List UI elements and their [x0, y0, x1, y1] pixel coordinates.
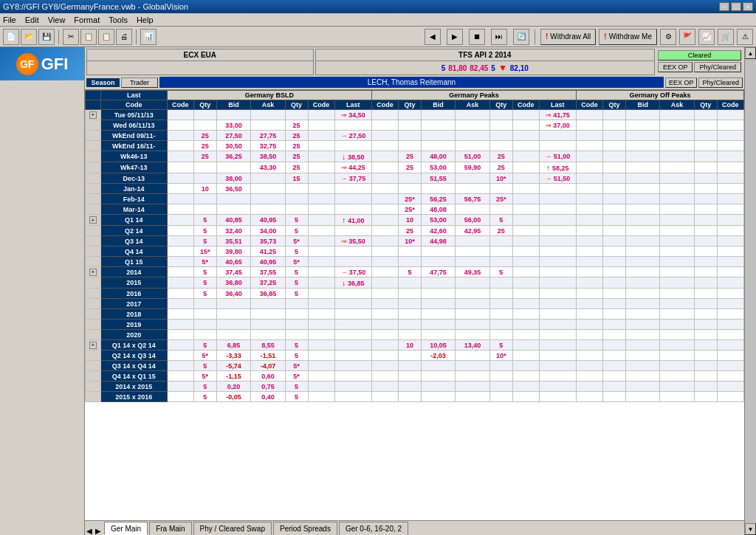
row-label: Feb-14	[100, 194, 167, 204]
table-row: Q3 14 5 35,51 35,73 5* ⇒ 35,50 10* 44,98	[86, 236, 744, 246]
tab-ger-main[interactable]: Ger Main	[104, 522, 148, 535]
row-label: Wk47-13	[100, 162, 167, 173]
peaks-qty2-header: Qty	[489, 100, 512, 110]
scroll-up[interactable]: ▲	[745, 47, 756, 59]
expand-cell	[86, 299, 101, 309]
expand-cell	[86, 194, 101, 204]
tfs-values: 5 81,80 82,45 5 ▼ 82,10	[316, 61, 654, 75]
row-label: 2016	[100, 289, 167, 299]
toolbar-settings[interactable]: ⚙	[660, 29, 676, 45]
eex-op-button[interactable]: EEX OP	[658, 62, 693, 72]
toolbar-nav4[interactable]: ⏭	[491, 29, 507, 45]
row-label: 2015 x 2016	[100, 392, 167, 402]
bsld-ask-header: Ask	[251, 100, 285, 110]
menu-view[interactable]: View	[48, 15, 66, 24]
toolbar-cart[interactable]: 🛒	[718, 29, 734, 45]
toolbar-nav2[interactable]: ▶	[447, 29, 463, 45]
toolbar-save[interactable]: 💾	[38, 29, 55, 45]
table-row: 2016 5 36,40 36,85 5	[86, 289, 744, 299]
expand-cell[interactable]: +	[86, 340, 101, 351]
peaks-code2-header: Code	[512, 100, 539, 110]
toolbar-nav1[interactable]: ◀	[425, 29, 441, 45]
toolbar-open[interactable]: 📂	[21, 29, 37, 45]
tfs-arrow: ▼	[498, 63, 507, 73]
expand-cell	[86, 226, 101, 236]
withdraw-all-button[interactable]: ! Withdraw All	[540, 29, 596, 45]
minimize-button[interactable]: −	[719, 2, 729, 11]
table-row: Q4 14 15* 39,80 41,25 5	[86, 246, 744, 257]
menu-file[interactable]: File	[3, 15, 16, 24]
withdraw-me-button[interactable]: ! Withdraw Me	[599, 29, 657, 45]
tab-nav-next[interactable]: ▶	[95, 527, 101, 535]
menu-help[interactable]: Help	[137, 15, 154, 24]
toolbar-sep3	[535, 30, 535, 44]
eex-btn-row: EEX OP Phy/Cleared	[665, 77, 743, 88]
toolbar-paste[interactable]: 📋	[98, 29, 114, 45]
peaks-ask-header: Ask	[456, 100, 489, 110]
expand-cell	[86, 371, 101, 382]
offpeaks-qty-header: Qty	[603, 100, 626, 110]
maximize-button[interactable]: □	[731, 2, 741, 11]
expand-cell	[86, 257, 101, 267]
expand-cell	[86, 246, 101, 257]
offpeaks-code2-header: Code	[717, 100, 743, 110]
row-label: 2014 x 2015	[100, 382, 167, 392]
tab-nav-prev[interactable]: ◀	[86, 527, 92, 535]
toolbar-right: ◀ ▶ ⏹ ⏭ 🔄 ! Withdraw All ! Withdraw Me ⚙…	[425, 29, 753, 45]
bsld-code-header: Code	[167, 100, 193, 110]
phy-cleared-btn2[interactable]: Phy/Cleared	[698, 77, 743, 88]
tab-ger-0-6[interactable]: Ger 0-6, 16-20, 2	[339, 522, 408, 535]
menu-format[interactable]: Format	[74, 15, 100, 24]
toolbar-print[interactable]: 🖨	[116, 29, 132, 45]
trader-button[interactable]: Trader	[121, 77, 158, 88]
toolbar-flag[interactable]: 🚩	[679, 29, 695, 45]
bsld-last-header: Last	[334, 100, 371, 110]
toolbar-cut[interactable]: ✂	[63, 29, 79, 45]
row-label: Tue 05/11/13	[100, 110, 167, 120]
season-label: Season	[86, 78, 120, 87]
cleared-button[interactable]: Cleared	[658, 50, 741, 61]
row-label: Wk46-13	[100, 151, 167, 162]
offpeaks-qty2-header: Qty	[694, 100, 717, 110]
trader-name: LECH, Thomas Reitemann	[159, 77, 664, 88]
phy-cleared-button[interactable]: Phy/Cleared	[694, 62, 741, 72]
toolbar-nav3[interactable]: ⏹	[469, 29, 485, 45]
expand-cell	[86, 236, 101, 246]
bsld-bid-header: Bid	[216, 100, 250, 110]
title-bar: GY8://GFI GY8/GermanyFrance.vwb - Global…	[0, 0, 756, 13]
tfs-val4: 5	[491, 64, 495, 72]
expand-cell[interactable]: +	[86, 215, 101, 226]
expand-cell[interactable]: +	[86, 267, 101, 277]
menu-tools[interactable]: Tools	[109, 15, 128, 24]
table-row: 2020	[86, 330, 744, 340]
tab-phy-cleared[interactable]: Phy / Cleared Swap	[193, 522, 272, 535]
table-row: + Q1 14 5 40,85 40,95 5 ↑ 41,00 10 53,00…	[86, 215, 744, 226]
toolbar-extra[interactable]: 📊	[140, 29, 157, 45]
toolbar-chart[interactable]: 📈	[698, 29, 715, 45]
expand-cell	[86, 162, 101, 173]
table-row: Q3 14 x Q4 14 5 -5,74 -4,07 5*	[86, 361, 744, 371]
table-row: Jan-14 10 36,50	[86, 184, 744, 194]
tab-period-spreads[interactable]: Period Spreads	[273, 522, 337, 535]
expand-cell[interactable]: +	[86, 110, 101, 120]
table-row: Wk46-13 25 36,25 38,50 25 ↓ 38,50 25 48,…	[86, 151, 744, 162]
row-label: WkEnd 16/11-	[100, 141, 167, 151]
toolbar-new[interactable]: 📄	[3, 29, 19, 45]
eex-op-btn2[interactable]: EEX OP	[665, 77, 698, 88]
row-label: Q1 14 x Q2 14	[100, 340, 167, 351]
offpeaks-code-header: Code	[577, 100, 603, 110]
expand-cell	[86, 330, 101, 340]
toolbar-copy[interactable]: 📋	[80, 29, 97, 45]
table-container[interactable]: Last Germany BSLD Germany Peaks Germany …	[85, 90, 744, 520]
expand-cell	[86, 277, 101, 289]
tab-fra-main[interactable]: Fra Main	[149, 522, 191, 535]
close-button[interactable]: ×	[743, 2, 753, 11]
menu-edit[interactable]: Edit	[25, 15, 39, 24]
row-label: 2014	[100, 267, 167, 277]
code-sub-header: Code	[100, 100, 167, 110]
row-label: Q1 15	[100, 257, 167, 267]
toolbar-alert[interactable]: ⚠	[737, 29, 753, 45]
toolbar-refresh[interactable]: 🔄	[513, 29, 529, 45]
scroll-down[interactable]: ▼	[745, 523, 756, 535]
right-scrollbar: ▲ ▼	[744, 47, 756, 535]
